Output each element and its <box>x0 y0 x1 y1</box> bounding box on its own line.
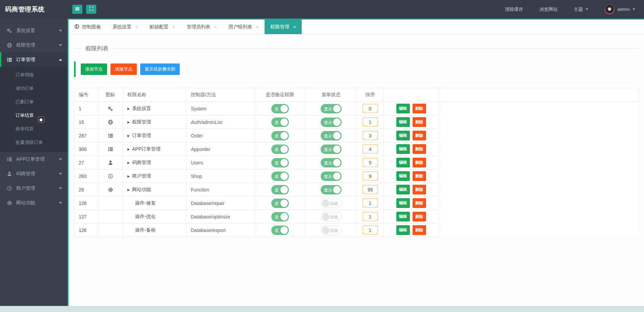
verify-toggle[interactable]: 是 <box>271 131 289 140</box>
edit-button[interactable]: 编辑 <box>396 117 410 127</box>
menu-state-toggle[interactable]: 显示 <box>321 118 342 127</box>
table-row: 300▶APP订单管理Apporder是显示编辑删除 <box>74 142 639 156</box>
delete-button[interactable]: 删除 <box>413 131 426 140</box>
menu-state-toggle[interactable]: 隐藏 <box>321 212 342 222</box>
delete-button[interactable]: 删除 <box>413 225 426 235</box>
close-icon[interactable]: × <box>172 24 175 30</box>
verify-toggle[interactable]: 是 <box>271 145 289 154</box>
menu-state-toggle[interactable]: 显示 <box>321 158 342 167</box>
tree-expand-icon[interactable]: ▶ <box>127 121 130 124</box>
close-icon[interactable]: × <box>293 24 296 30</box>
edit-button[interactable]: 编辑 <box>396 185 410 194</box>
clear-cache-link[interactable]: 清除缓存 <box>505 6 523 12</box>
submenu-item-finance-settle[interactable]: 财务结算 <box>0 122 68 136</box>
sidebar-item-shop-merchant[interactable]: $商户管理 <box>0 181 68 196</box>
tree-expand-icon[interactable]: ▶ <box>127 148 130 151</box>
verify-toggle[interactable]: 是 <box>271 104 289 113</box>
close-icon[interactable]: × <box>256 24 259 30</box>
sort-input[interactable] <box>363 104 378 113</box>
sidebar-item-site-function[interactable]: 网站功能 <box>0 196 68 210</box>
sidebar-item-order[interactable]: 订单管理 <box>0 52 68 67</box>
navbar-fullscreen-button[interactable] <box>86 5 96 14</box>
cell-menu-state: 显示 <box>305 183 357 197</box>
add-node-button[interactable]: 添加节点 <box>81 63 107 75</box>
close-icon[interactable]: × <box>214 24 217 30</box>
clear-node-button[interactable]: 清除节点 <box>110 63 137 75</box>
menu-state-toggle[interactable]: 显示 <box>321 172 342 181</box>
browse-site-link[interactable]: 浏览网站 <box>539 6 558 12</box>
sidebar-item-label: 码商管理 <box>16 171 35 177</box>
cell-method: System <box>187 102 255 115</box>
sidebar-item-system-settings[interactable]: 系统设置 <box>0 23 68 38</box>
tab-mail-config[interactable]: 邮箱配置× <box>144 20 181 34</box>
sort-input[interactable] <box>363 158 378 167</box>
sort-input[interactable] <box>363 212 378 221</box>
submenu-item-order-success[interactable]: 成功订单 <box>0 82 68 95</box>
toggle-all-button[interactable]: 展开或折叠全部 <box>140 63 180 75</box>
cell-verify: 是 <box>255 115 305 129</box>
sort-input[interactable] <box>363 199 378 208</box>
verify-toggle[interactable]: 是 <box>271 226 289 235</box>
sort-input[interactable] <box>363 131 378 140</box>
tab-dashboard[interactable]: 控制面板 <box>69 20 107 34</box>
navbar-menu-button[interactable] <box>72 5 82 14</box>
tab-system-settings[interactable]: 系统设置× <box>107 20 144 34</box>
sort-input[interactable] <box>363 145 378 154</box>
sidebar-item-code-merchant[interactable]: 码商管理 <box>0 166 68 181</box>
verify-toggle[interactable]: 是 <box>271 118 289 127</box>
edit-button[interactable]: 编辑 <box>396 171 410 181</box>
tree-expand-icon[interactable]: ▶ <box>127 161 130 164</box>
sidebar-item-app-order[interactable]: APP订单管理 <box>0 152 68 166</box>
tree-expand-icon[interactable]: ▶ <box>127 175 130 178</box>
close-icon[interactable]: × <box>135 24 138 30</box>
verify-toggle[interactable]: 是 <box>271 158 289 167</box>
verify-toggle[interactable]: 是 <box>271 172 289 181</box>
cell-filler <box>439 210 639 224</box>
delete-button[interactable]: 删除 <box>413 144 426 154</box>
menu-state-toggle[interactable]: 显示 <box>321 185 342 194</box>
edit-button[interactable]: 编辑 <box>396 131 410 140</box>
edit-button[interactable]: 编辑 <box>396 212 410 222</box>
sort-input[interactable] <box>363 118 378 127</box>
delete-button[interactable]: 删除 <box>413 198 426 208</box>
tree-expand-icon[interactable]: ▶ <box>127 107 130 110</box>
theme-dropdown[interactable]: 主题 <box>574 6 588 12</box>
menu-state-toggle[interactable]: 显示 <box>321 104 342 113</box>
tree-expand-icon[interactable]: ▶ <box>127 188 130 191</box>
edit-button[interactable]: 编辑 <box>396 225 410 235</box>
tab-user-group-list[interactable]: 用户组列表× <box>223 20 265 34</box>
submenu-item-order-deleted[interactable]: 已删订单 <box>0 95 68 109</box>
tab-admin-list[interactable]: 管理员列表× <box>181 20 223 34</box>
menu-state-toggle[interactable]: 显示 <box>321 145 342 154</box>
menu-state-toggle[interactable]: 隐藏 <box>321 199 342 208</box>
toggle-knob <box>280 200 288 207</box>
delete-button[interactable]: 删除 <box>413 171 426 181</box>
sort-input[interactable] <box>363 226 378 235</box>
edit-button[interactable]: 编辑 <box>396 144 410 154</box>
tab-auth-manage[interactable]: 权限管理× <box>265 20 302 34</box>
sidebar-item-auth[interactable]: 权限管理 <box>0 38 68 52</box>
delete-button[interactable]: 删除 <box>413 117 426 127</box>
verify-toggle[interactable]: 是 <box>271 185 289 194</box>
menu-state-toggle[interactable]: 显示 <box>321 131 342 140</box>
edit-button[interactable]: 编辑 <box>396 104 410 113</box>
delete-button[interactable]: 删除 <box>413 158 426 167</box>
cell-method: Database/export <box>187 224 255 237</box>
cell-method: Users <box>187 156 255 170</box>
submenu-item-order-detail[interactable]: 订单明细 <box>0 68 68 82</box>
edit-button[interactable]: 编辑 <box>396 158 410 167</box>
submenu-item-order-settle[interactable]: 订单结算 <box>0 109 68 122</box>
tree-expand-icon[interactable]: ▶ <box>127 134 130 137</box>
verify-toggle[interactable]: 是 <box>271 212 289 222</box>
menu-state-toggle[interactable]: 隐藏 <box>321 226 342 235</box>
delete-button[interactable]: 删除 <box>413 185 426 194</box>
delete-button[interactable]: 删除 <box>413 104 426 113</box>
sort-input[interactable] <box>363 185 378 194</box>
toggle-label: 是 <box>275 187 279 193</box>
edit-button[interactable]: 编辑 <box>396 198 410 208</box>
user-menu[interactable]: admin <box>604 4 635 15</box>
sort-input[interactable] <box>363 172 378 181</box>
delete-button[interactable]: 删除 <box>413 212 426 222</box>
verify-toggle[interactable]: 是 <box>271 199 289 208</box>
submenu-item-order-batch-clear[interactable]: 批量清除订单 <box>0 136 68 149</box>
